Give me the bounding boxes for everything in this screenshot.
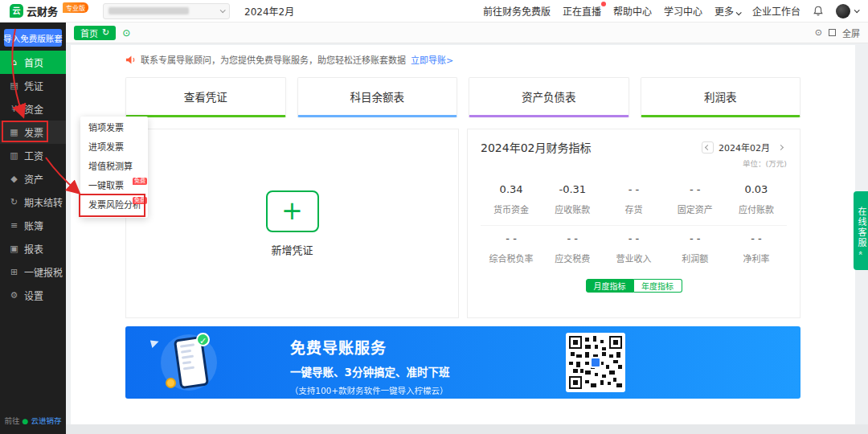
- metric-value: - -: [481, 232, 542, 244]
- menu-item-invoice-risk-analysis[interactable]: 发票风险分析免费: [80, 196, 148, 215]
- sidebar-item-ledger[interactable]: ≡ 账簿: [0, 214, 66, 237]
- sidebar-item-label: 工资: [24, 149, 43, 162]
- nav-help-center[interactable]: 帮助中心: [613, 4, 652, 18]
- nav-workbench[interactable]: 企业工作台: [752, 4, 800, 18]
- sidebar-item-reports[interactable]: ▣ 报表: [0, 237, 66, 260]
- tab-home[interactable]: 首页 ↻: [74, 26, 116, 40]
- metric-label: 综合税负率: [481, 252, 542, 264]
- sidebar-item-invoice[interactable]: ▦ 发票: [0, 121, 66, 144]
- metrics-unit: 单位：(万元): [481, 158, 787, 169]
- card-balance-sheet[interactable]: 资产负债表: [469, 77, 629, 117]
- nav-more[interactable]: 更多: [714, 4, 740, 18]
- sidebar-item-label: 凭证: [24, 79, 43, 92]
- sidebar-item-label: 资产: [24, 172, 43, 186]
- card-trial-balance[interactable]: 科目余额表: [297, 77, 458, 117]
- metric-value: - -: [542, 232, 603, 244]
- sidebar-item-label: 发票: [24, 125, 43, 139]
- logo: 云 云财务 专业版: [10, 3, 88, 18]
- online-service-tab[interactable]: 在线客服 «: [854, 191, 868, 270]
- sidebar-item-label: 一键报税: [24, 265, 63, 279]
- avatar[interactable]: [836, 4, 850, 18]
- sidebar-item-settings[interactable]: ⚙ 设置: [0, 284, 66, 307]
- menu-item-sales-invoice[interactable]: 销项发票: [80, 119, 148, 138]
- salary-icon: ▥: [9, 150, 19, 161]
- chevron-down-icon: [220, 7, 226, 13]
- metric-label: 货币资金: [481, 203, 542, 215]
- metric-label: 营业收入: [603, 252, 664, 264]
- invoice-submenu: 销项发票 进项发票 增值税测算 一键取票免费 发票风险分析免费: [80, 117, 148, 218]
- sidebar: 导入免费版账套 ⌂ 首页 ▤ 凭证 ¥ 资金 ▦ 发票 ▥ 工资 ◆ 资产 ↻ …: [0, 23, 66, 434]
- tab-label: 首页: [80, 27, 98, 39]
- top-bar: 云 云财务 专业版 2024年2月 前往财务免费版 正在直播 帮助中心 学习中心…: [0, 0, 868, 23]
- tax-icon: ⊞: [9, 267, 19, 277]
- nav-learn-center[interactable]: 学习中心: [664, 4, 702, 18]
- card-income-statement[interactable]: 利润表: [641, 77, 801, 117]
- metric-value: 0.03: [726, 183, 787, 195]
- assets-icon: ◆: [9, 174, 19, 184]
- metric-label: 应付账款: [726, 203, 787, 215]
- logo-icon: 云: [10, 4, 23, 18]
- sidebar-item-label: 账簿: [24, 219, 43, 232]
- menu-item-vat-calc[interactable]: 增值税测算: [80, 158, 148, 177]
- metric-value: - -: [665, 183, 726, 195]
- toggle-yearly[interactable]: 年度指标: [634, 279, 682, 293]
- main-content: 联系专属导账顾问，为您提供免费导账服务，助您轻松迁移账套数据 立即导账> 查看凭…: [71, 45, 855, 424]
- sidebar-item-tax-filing[interactable]: ⊞ 一键报税: [0, 260, 66, 284]
- menu-item-purchase-invoice[interactable]: 进项发票: [80, 138, 148, 158]
- prev-month-button[interactable]: [702, 141, 714, 154]
- home-icon: ⌂: [9, 57, 19, 68]
- status-ok-icon: ⊙: [122, 27, 130, 39]
- metrics-row-2: - -综合税负率 - -应交税费 - -营业收入 - -利润额 - -净利率: [481, 225, 787, 272]
- target-icon[interactable]: ⊙: [815, 27, 822, 38]
- promo-banner[interactable]: ✓ 免费导账服务 一键导账、3分钟搞定、准时下班 （支持100+款财务软件一键导…: [125, 326, 800, 399]
- sidebar-item-salary[interactable]: ▥ 工资: [0, 144, 66, 167]
- card-view-vouchers[interactable]: 查看凭证: [125, 77, 286, 117]
- qr-code: [566, 333, 625, 392]
- free-badge: 免费: [133, 197, 147, 204]
- goto-inventory-link[interactable]: 前往 ● 云进销存: [0, 415, 66, 426]
- company-select[interactable]: [103, 3, 230, 19]
- chevron-down-icon: [736, 10, 742, 15]
- financial-metrics-panel: 2024年02月财务指标 2024年02月 单位：(万元) 0.34货币资金 -…: [467, 129, 800, 318]
- store-icon: ●: [23, 417, 29, 425]
- next-month-button[interactable]: [775, 141, 787, 154]
- sidebar-item-label: 设置: [24, 289, 43, 302]
- add-voucher-button[interactable]: +: [266, 190, 319, 232]
- tab-bar: 首页 ↻ ⊙ ⊙ 全屏: [66, 23, 868, 43]
- settings-icon: ⚙: [9, 290, 19, 301]
- sidebar-item-period-closing[interactable]: ↻ 期末结转: [0, 190, 66, 214]
- nav-free-version[interactable]: 前往财务免费版: [483, 4, 551, 18]
- metric-value: - -: [603, 183, 664, 195]
- notice-link[interactable]: 立即导账>: [411, 53, 453, 66]
- sidebar-item-label: 首页: [24, 55, 43, 69]
- notice-text: 联系专属导账顾问，为您提供免费导账服务，助您轻松迁移账套数据: [141, 53, 406, 66]
- period-label[interactable]: 2024年2月: [244, 4, 294, 18]
- import-free-account-button[interactable]: 导入免费版账套: [4, 29, 62, 47]
- app-window: 云 云财务 专业版 2024年2月 前往财务免费版 正在直播 帮助中心 学习中心…: [0, 0, 868, 434]
- metric-value: - -: [665, 232, 726, 244]
- bottom-gutter: [66, 424, 868, 434]
- user-menu[interactable]: [836, 4, 858, 18]
- reports-icon: ▣: [9, 244, 19, 254]
- refresh-icon[interactable]: ↻: [102, 27, 109, 38]
- chevron-down-icon: [854, 7, 860, 13]
- sidebar-item-voucher[interactable]: ▤ 凭证: [0, 74, 66, 97]
- sidebar-item-assets[interactable]: ◆ 资产: [0, 167, 66, 190]
- fullscreen-icon[interactable]: [829, 29, 836, 36]
- toggle-monthly[interactable]: 月度指标: [586, 279, 634, 293]
- edition-badge: 专业版: [63, 2, 88, 13]
- sidebar-item-home[interactable]: ⌂ 首页: [0, 51, 66, 74]
- sidebar-item-funds[interactable]: ¥ 资金: [0, 97, 66, 121]
- bell-icon[interactable]: [813, 6, 824, 17]
- sidebar-item-label: 期末结转: [24, 195, 63, 209]
- company-name-redacted: [108, 7, 189, 14]
- menu-item-one-click-fetch[interactable]: 一键取票免费: [80, 177, 148, 196]
- fullscreen-label[interactable]: 全屏: [842, 27, 860, 39]
- banner-title: 免费导账服务: [290, 336, 449, 358]
- metric-value: - -: [726, 232, 787, 244]
- coin-icon: [166, 378, 176, 388]
- nav-live[interactable]: 正在直播: [563, 4, 601, 18]
- invoice-icon: ▦: [9, 127, 19, 137]
- new-voucher-panel: + 新增凭证: [125, 129, 459, 318]
- qr-logo-icon: [590, 357, 601, 368]
